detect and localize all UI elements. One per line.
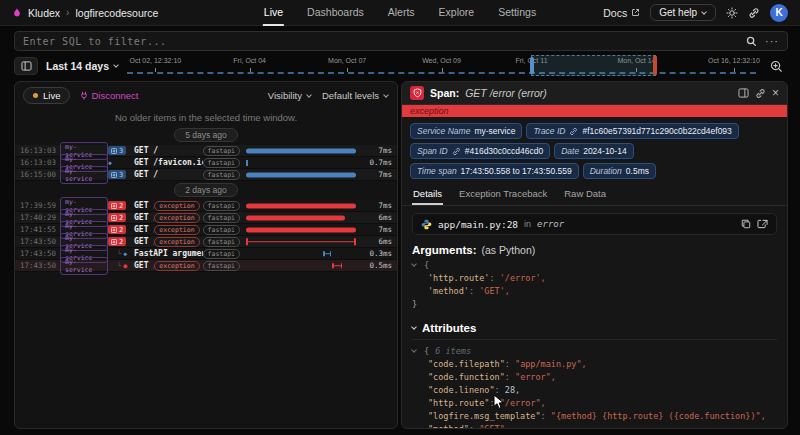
meta-badge-duration: Duration0.5ms: [583, 163, 656, 179]
service-tag[interactable]: my-service: [60, 257, 108, 275]
close-icon[interactable]: ×: [772, 87, 779, 99]
tag-fastapi[interactable]: fastapi: [203, 249, 240, 259]
tag-fastapi[interactable]: fastapi: [203, 261, 240, 271]
tab-explore[interactable]: Explore: [438, 0, 476, 26]
get-help-label: Get help: [659, 7, 697, 18]
tab-alerts[interactable]: Alerts: [387, 0, 416, 26]
theme-toggle-icon[interactable]: [726, 7, 738, 19]
tag-fastapi[interactable]: fastapi: [203, 146, 240, 156]
visibility-select[interactable]: Visibility: [268, 90, 312, 101]
tag-exception[interactable]: exception: [154, 213, 199, 223]
timeline-activity-line: [127, 72, 756, 74]
attributes-section-header[interactable]: Attributes: [412, 322, 777, 340]
disconnect-button[interactable]: Disconnect: [80, 90, 138, 101]
link-icon: [569, 127, 578, 136]
collapse-chevron-icon[interactable]: [411, 261, 417, 267]
code-file-path[interactable]: app/main.py:28: [438, 219, 518, 230]
time-group-pill[interactable]: 5 days ago: [174, 128, 238, 142]
span-time: 17:41:55: [20, 225, 60, 234]
span-time: 16:13:03: [20, 158, 60, 167]
tab-live[interactable]: Live: [263, 0, 284, 26]
arguments-code: {'http.route': '/error','method': 'GET',…: [412, 259, 777, 311]
copy-icon[interactable]: [741, 219, 751, 229]
zoom-in-button[interactable]: [764, 57, 788, 75]
tag-exception[interactable]: exception: [154, 237, 199, 247]
meta-badge-trace-id[interactable]: Trace ID#f1c60e57391d771c290c0b22cd4ef09…: [526, 123, 738, 139]
duration-bar: [246, 227, 356, 232]
empty-message: No older items in the selected time wind…: [15, 112, 397, 123]
live-view-panel: Live Disconnect Visibility Default level…: [14, 81, 398, 429]
live-toggle[interactable]: Live: [23, 87, 70, 104]
timeline[interactable]: Oct 02, 12:32:10Fri, Oct 04Mon, Oct 07We…: [127, 55, 756, 77]
expand-count-badge[interactable]: 2: [108, 237, 126, 246]
tag-fastapi[interactable]: fastapi: [203, 237, 240, 247]
dock-panel-icon[interactable]: [738, 88, 749, 98]
search-icon[interactable]: [746, 36, 757, 47]
duration-track: [246, 248, 358, 259]
breadcrumb-org[interactable]: Kludex: [28, 7, 60, 19]
duration-track: [246, 212, 358, 223]
arguments-subheading: (as Python): [482, 244, 536, 256]
tag-exception[interactable]: exception: [154, 201, 199, 211]
sql-filter-input[interactable]: [23, 36, 738, 47]
duration-bar: [246, 160, 248, 166]
timeline-selection[interactable]: [531, 55, 656, 76]
span-meta-badges: Service Namemy-serviceTrace ID#f1c60e573…: [402, 117, 787, 185]
duration-bar: [246, 172, 356, 177]
selection-left-handle[interactable]: [530, 57, 534, 74]
tab-exception-traceback[interactable]: Exception Traceback: [458, 185, 548, 205]
open-in-editor-icon[interactable]: [757, 219, 768, 229]
tag-fastapi[interactable]: fastapi: [203, 201, 240, 211]
time-group-pill[interactable]: 2 days ago: [174, 183, 238, 197]
sql-filter-bar: ···: [14, 31, 788, 51]
duration-track: [246, 169, 358, 180]
error-shield-icon: [410, 86, 424, 100]
tab-raw-data[interactable]: Raw Data: [563, 185, 607, 205]
span-label: FastAPI arguments: [134, 249, 203, 258]
tag-exception[interactable]: exception: [154, 261, 199, 271]
sidebar-toggle-button[interactable]: [14, 57, 38, 75]
code-function-name: error: [537, 219, 564, 229]
expand-count-badge[interactable]: 3: [108, 170, 126, 179]
expand-count-badge[interactable]: 3: [108, 146, 126, 155]
timeline-tick-mark: [734, 68, 735, 72]
expand-count-badge[interactable]: 2: [108, 201, 126, 210]
duration-track: [246, 236, 358, 247]
share-link-icon[interactable]: [748, 7, 760, 19]
timeline-tick-mark: [155, 68, 156, 72]
topbar-actions: Docs Get help K: [603, 4, 788, 22]
tag-fastapi[interactable]: fastapi: [203, 213, 240, 223]
duration-track: [246, 145, 358, 156]
tag-exception[interactable]: exception: [154, 225, 199, 235]
tab-settings[interactable]: Settings: [497, 0, 537, 26]
expand-count-badge[interactable]: 2: [108, 225, 126, 234]
span-time: 16:15:00: [20, 170, 60, 179]
span-duration: 0.3ms: [358, 249, 392, 258]
span-time: 17:43:50: [20, 237, 60, 246]
plug-icon: [80, 91, 88, 100]
tag-fastapi[interactable]: fastapi: [203, 225, 240, 235]
tree-connector-icon: └: [117, 262, 121, 270]
span-row[interactable]: 16:15:00my-service3GET /fastapi7ms: [15, 169, 397, 181]
collapse-chevron-icon[interactable]: [411, 347, 417, 353]
timeline-tick-label: Wed, Oct 09: [422, 57, 461, 64]
levels-select[interactable]: Default levels: [322, 90, 389, 101]
service-tag[interactable]: my-service: [60, 166, 108, 184]
filter-more-button[interactable]: ···: [765, 35, 779, 47]
get-help-button[interactable]: Get help: [650, 4, 716, 21]
expand-count-badge[interactable]: 2: [108, 213, 126, 222]
duration-bar: [246, 148, 356, 153]
user-avatar[interactable]: K: [770, 4, 788, 22]
tab-details[interactable]: Details: [412, 185, 443, 205]
span-label: GET /: [134, 170, 203, 179]
tag-fastapi[interactable]: fastapi: [203, 158, 240, 168]
docs-link[interactable]: Docs: [603, 7, 640, 19]
time-range-select[interactable]: Last 14 days: [46, 60, 119, 72]
tab-dashboards[interactable]: Dashboards: [306, 0, 365, 26]
breadcrumb-project[interactable]: logfirecodesource: [75, 7, 158, 19]
copy-link-icon[interactable]: [755, 88, 766, 99]
meta-badge-span-id[interactable]: Span ID#416d30c0ccd46cd0: [410, 143, 550, 159]
selection-right-handle[interactable]: [653, 56, 657, 75]
span-row[interactable]: 17:43:50my-service└●GET /error (error)ex…: [15, 260, 397, 272]
tag-fastapi[interactable]: fastapi: [203, 170, 240, 180]
